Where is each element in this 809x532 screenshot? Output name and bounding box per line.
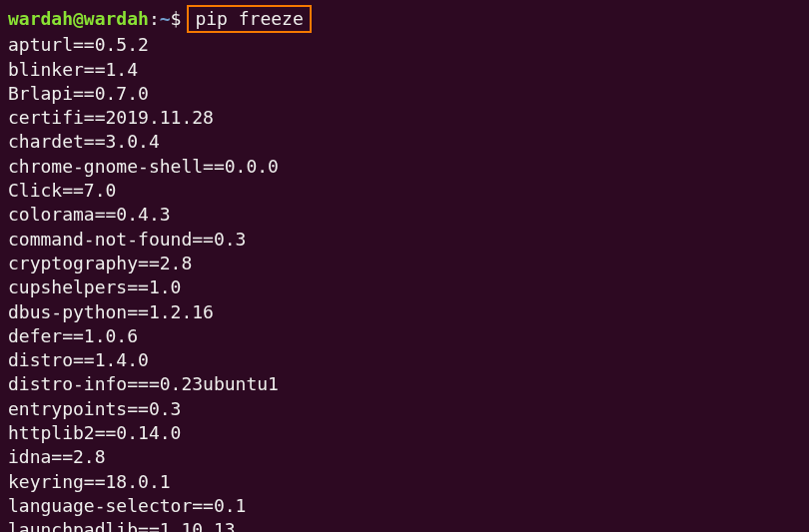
output-line: httplib2==0.14.0: [8, 421, 801, 445]
output-line: cupshelpers==1.0: [8, 275, 801, 299]
output-line: launchpadlib==1.10.13: [8, 518, 801, 532]
output-line: command-not-found==0.3: [8, 228, 801, 252]
prompt-dollar: $: [171, 7, 182, 31]
output-line: dbus-python==1.2.16: [8, 300, 801, 324]
prompt-path: ~: [160, 7, 171, 31]
output-line: colorama==0.4.3: [8, 203, 801, 227]
prompt-line: wardah@wardah:~$ pip freeze: [8, 5, 801, 33]
prompt-colon: :: [149, 7, 160, 31]
terminal-window[interactable]: wardah@wardah:~$ pip freeze apturl==0.5.…: [8, 5, 801, 527]
output-line: distro==1.4.0: [8, 348, 801, 372]
command-highlight-box: pip freeze: [187, 5, 311, 33]
command-text: pip freeze: [195, 8, 303, 29]
user-host: wardah@wardah: [8, 7, 149, 31]
output-line: apturl==0.5.2: [8, 33, 801, 57]
output-line: entrypoints==0.3: [8, 397, 801, 421]
output-line: Click==7.0: [8, 179, 801, 203]
output-line: blinker==1.4: [8, 58, 801, 82]
output-line: distro-info===0.23ubuntu1: [8, 372, 801, 396]
output-line: keyring==18.0.1: [8, 470, 801, 494]
output-line: language-selector==0.1: [8, 494, 801, 518]
output-line: certifi==2019.11.28: [8, 106, 801, 130]
output-line: cryptography==2.8: [8, 252, 801, 275]
output-line: Brlapi==0.7.0: [8, 82, 801, 106]
output-line: idna==2.8: [8, 445, 801, 469]
output-line: chardet==3.0.4: [8, 130, 801, 154]
output-line: defer==1.0.6: [8, 324, 801, 348]
output-line: chrome-gnome-shell==0.0.0: [8, 155, 801, 179]
